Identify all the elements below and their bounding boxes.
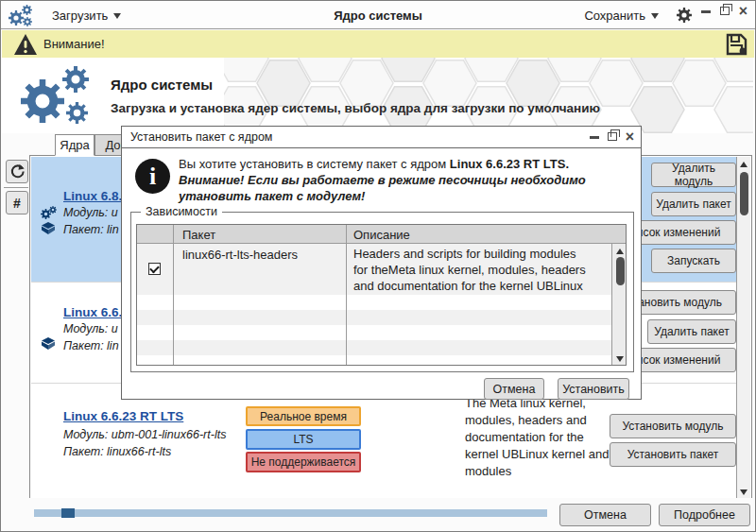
footer-bar: Отмена Подробнее <box>1 498 755 531</box>
refresh-button[interactable] <box>6 160 28 183</box>
dialog-install-button[interactable]: Установить <box>558 378 629 400</box>
kernel-link-2[interactable]: Linux 6.6. <box>63 305 122 319</box>
save-report-floppy-icon[interactable] <box>724 32 748 57</box>
empty-row <box>137 355 626 366</box>
window-controls: × <box>701 4 747 18</box>
dependency-checkbox[interactable] <box>148 263 161 275</box>
warning-label: Внимание! <box>43 37 105 51</box>
install-package-button-3[interactable]: Установить пакет <box>610 442 736 467</box>
minimize-button[interactable] <box>701 10 711 13</box>
scrollbar-thumb[interactable] <box>740 172 748 215</box>
hash-button[interactable]: # <box>6 191 28 215</box>
dependencies-legend: Зависимости <box>141 205 222 218</box>
message-warning: Внимание! Если вы работаете в режиме пес… <box>179 172 636 204</box>
dialog-titlebar: Установить пакет с ядром × <box>122 127 641 148</box>
dialog-cancel-button[interactable]: Отмена <box>484 378 544 400</box>
info-icon: i <box>135 159 170 194</box>
tab-kernels[interactable]: Ядра <box>55 134 94 156</box>
module-gears-icon <box>41 206 57 220</box>
kernel-link-1[interactable]: Linux 6.8. <box>63 189 122 203</box>
scroll-up-icon[interactable] <box>612 244 627 257</box>
unsupported-badge: Не поддерживается <box>246 452 361 472</box>
footer-details-button[interactable]: Подробнее <box>659 504 750 526</box>
column-header-description: Описание <box>353 225 410 244</box>
column-divider <box>346 225 347 365</box>
empty-row <box>137 295 626 310</box>
warning-triangle-icon <box>13 33 38 56</box>
remove-package-button-1[interactable]: Удалить пакет <box>651 192 736 216</box>
table-scrollbar[interactable] <box>611 244 627 366</box>
empty-row <box>137 340 626 355</box>
close-button[interactable]: × <box>739 5 747 18</box>
settings-gear-icon[interactable] <box>676 7 693 24</box>
kernel-module-3: Модуль: ubm-001-linux66-rt-lts <box>63 428 226 441</box>
kernel-module-1: Модуль: u <box>63 206 118 219</box>
scroll-up-icon[interactable] <box>737 157 750 170</box>
hexagon-pattern <box>224 58 753 133</box>
message-prefix: Вы хотите установить в систему пакет с я… <box>179 157 450 171</box>
kernel-package-2: Пакет: lin <box>63 339 119 352</box>
save-menu-label: Сохранить <box>584 9 645 23</box>
page-header: Ядро системы Загрузка и установка ядер с… <box>2 58 754 133</box>
kernel-package-1: Пакет: lin <box>63 223 119 236</box>
message-kernel-name: Linux 6.6.23 RT LTS. <box>450 157 569 171</box>
page-subtitle: Загрузка и установка ядер системы, выбор… <box>111 101 600 115</box>
scrollbar-thumb[interactable] <box>616 257 625 285</box>
package-box-icon <box>42 222 55 234</box>
footer-cancel-button[interactable]: Отмена <box>559 504 651 526</box>
dialog-title: Установить пакет с ядром <box>130 130 272 144</box>
dependencies-group: Зависимости Пакет Описание linux66-rt-lt… <box>130 212 634 372</box>
table-row[interactable]: linux66-rt-lts-headers Headers and scrip… <box>137 244 626 295</box>
list-scrollbar[interactable] <box>736 157 750 499</box>
scroll-down-icon[interactable] <box>737 486 750 499</box>
page-title: Ядро системы <box>111 77 213 93</box>
dependencies-table: Пакет Описание linux66-rt-lts-headers He… <box>136 224 627 366</box>
install-kernel-dialog: Установить пакет с ядром × i Вы хотите у… <box>121 126 642 400</box>
kernel-description-3: The Meta linux kernel, modules, headers … <box>465 395 616 480</box>
run-button-1[interactable]: Запускать <box>651 249 736 273</box>
lts-badge: LTS <box>246 429 361 450</box>
kernel-package-3: Пакет: linux66-rt-lts <box>63 445 171 458</box>
empty-row <box>137 325 626 340</box>
column-header-package: Пакет <box>182 225 215 244</box>
install-module-button-3[interactable]: Установить модуль <box>610 414 736 438</box>
maximize-button[interactable] <box>720 7 730 15</box>
dialog-maximize-button[interactable] <box>608 132 617 141</box>
app-window: Загрузить Ядро системы Сохранить × Внима… <box>0 0 756 532</box>
column-divider <box>173 225 174 365</box>
warning-bar: Внимание! <box>2 30 754 58</box>
kernel-gears-icon <box>21 64 98 127</box>
dependency-package-name: linux66-rt-lts-headers <box>182 248 298 262</box>
kernel-module-2: Модуль: u <box>63 322 118 335</box>
remove-module-button-1[interactable]: Удалить модуль <box>651 163 736 187</box>
chevron-down-icon <box>651 13 659 23</box>
tool-separator <box>4 187 28 188</box>
dialog-window-controls: × <box>590 128 634 144</box>
dialog-message: Вы хотите установить в систему пакет с я… <box>179 156 636 204</box>
progress-bar <box>34 509 547 517</box>
window-titlebar: Загрузить Ядро системы Сохранить × <box>1 1 755 29</box>
kernel-link-3[interactable]: Linux 6.6.23 RT LTS <box>63 409 183 423</box>
package-box-icon <box>42 337 55 350</box>
remove-package-button-2[interactable]: Удалить пакет <box>647 319 736 344</box>
table-header: Пакет Описание <box>137 225 626 244</box>
refresh-icon <box>9 163 26 180</box>
scroll-down-icon[interactable] <box>612 352 627 366</box>
save-menu-button[interactable]: Сохранить <box>584 1 659 29</box>
realtime-badge: Реальное время <box>246 406 361 426</box>
progress-indicator <box>61 508 75 518</box>
dialog-minimize-button[interactable] <box>590 136 599 139</box>
empty-row <box>137 310 626 325</box>
dialog-close-button[interactable]: × <box>626 130 634 144</box>
